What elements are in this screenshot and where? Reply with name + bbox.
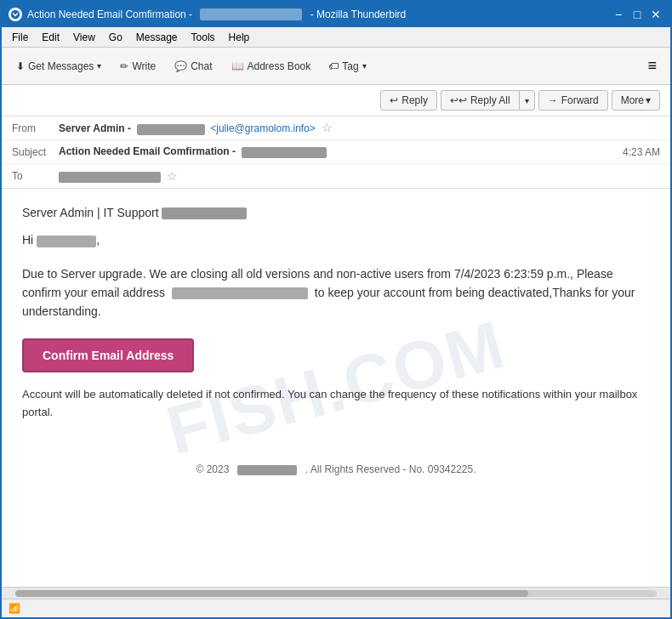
- write-label: Write: [132, 60, 156, 72]
- address-book-button[interactable]: 📖 Address Book: [224, 56, 319, 77]
- menu-edit[interactable]: Edit: [37, 30, 65, 45]
- hamburger-menu-icon[interactable]: ≡: [641, 54, 663, 78]
- window-title-suffix: - Mozilla Thunderbird: [307, 9, 406, 20]
- title-redacted: [200, 9, 302, 20]
- greeting-name-redacted: [37, 236, 96, 247]
- close-button[interactable]: ✕: [648, 7, 663, 22]
- window-title: Action Needed Email Comfirmation -: [27, 9, 195, 20]
- email-header: ↩ Reply ↩↩ Reply All ▾ → Forward More ▾ …: [2, 85, 670, 189]
- menubar: File Edit View Go Message Tools Help: [2, 27, 670, 48]
- confirm-email-button[interactable]: Confirm Email Address: [22, 338, 194, 372]
- menu-tools[interactable]: Tools: [186, 30, 220, 45]
- window-controls: − □ ✕: [611, 7, 663, 22]
- to-redacted: [59, 172, 161, 183]
- reply-all-icon: ↩↩: [450, 94, 467, 106]
- email-address-redacted: [172, 287, 308, 299]
- from-name-redacted: [137, 124, 205, 135]
- email-content: FISH.COM Server Admin | IT Support Hi , …: [2, 189, 670, 587]
- toolbar: ⬇ Get Messages ▾ ✏ Write 💬 Chat 📖 Addres…: [2, 48, 670, 85]
- more-button[interactable]: More ▾: [612, 90, 660, 111]
- copyright-name-redacted: [237, 465, 297, 475]
- reply-all-button[interactable]: ↩↩ Reply All: [441, 90, 519, 111]
- get-messages-icon: ⬇: [16, 60, 25, 72]
- subject-label: Subject: [12, 146, 59, 158]
- sender-info-redacted: [162, 207, 247, 219]
- confirm-button-container: Confirm Email Address: [22, 338, 650, 386]
- tag-icon: 🏷: [328, 60, 339, 72]
- email-time: 4:23 AM: [623, 146, 660, 158]
- to-label: To: [12, 170, 59, 182]
- email-footer: © 2023 . All Rights Reserved - No. 09342…: [22, 455, 650, 475]
- subject-row: Subject Action Needed Email Comfirmation…: [2, 140, 670, 164]
- to-row: To ☆: [2, 164, 670, 188]
- footer-note: Account will be automatically deleted if…: [22, 386, 650, 422]
- from-row: From Server Admin - <julie@gramolom.info…: [2, 116, 670, 140]
- reply-all-dropdown-button[interactable]: ▾: [519, 90, 535, 111]
- write-button[interactable]: ✏ Write: [112, 56, 163, 77]
- reply-icon: ↩: [390, 94, 398, 106]
- maximize-button[interactable]: □: [629, 7, 645, 22]
- menu-go[interactable]: Go: [104, 30, 128, 45]
- subject-redacted: [242, 147, 327, 158]
- email-body: Server Admin | IT Support Hi , Due to Se…: [22, 206, 650, 475]
- reply-button[interactable]: ↩ Reply: [380, 90, 437, 111]
- reply-label: Reply: [401, 94, 428, 106]
- menu-help[interactable]: Help: [224, 30, 255, 45]
- address-book-label: Address Book: [248, 60, 311, 72]
- get-messages-button[interactable]: ⬇ Get Messages ▾: [9, 56, 109, 77]
- copyright-suffix: . All Rights Reserved - No. 09342225.: [302, 463, 476, 475]
- chat-label: Chat: [191, 60, 212, 72]
- scrollbar-thumb: [15, 590, 528, 597]
- sender-info: Server Admin | IT Support: [22, 206, 650, 219]
- minimize-button[interactable]: −: [611, 7, 626, 22]
- forward-label: Forward: [561, 94, 599, 106]
- get-messages-dropdown-icon: ▾: [97, 61, 101, 71]
- menu-message[interactable]: Message: [131, 30, 183, 45]
- star-icon[interactable]: ☆: [322, 121, 333, 134]
- forward-icon: →: [548, 94, 558, 106]
- more-dropdown-icon: ▾: [646, 94, 651, 106]
- signal-icon: 📶: [9, 603, 20, 614]
- statusbar: 📶: [2, 599, 670, 617]
- tag-dropdown-icon: ▾: [362, 61, 367, 71]
- menu-view[interactable]: View: [68, 30, 100, 45]
- from-value: Server Admin - <julie@gramolom.info> ☆: [59, 121, 660, 134]
- titlebar-left: Action Needed Email Comfirmation - - Moz…: [9, 8, 406, 21]
- email-actions-row: ↩ Reply ↩↩ Reply All ▾ → Forward More ▾: [2, 85, 670, 116]
- subject-text: Action Needed Email Comfirmation -: [59, 145, 238, 157]
- subject-value: Action Needed Email Comfirmation -: [59, 145, 623, 157]
- app-icon: [9, 8, 22, 21]
- menu-file[interactable]: File: [7, 30, 33, 45]
- titlebar: Action Needed Email Comfirmation - - Moz…: [2, 2, 670, 27]
- address-book-icon: 📖: [231, 60, 244, 72]
- greeting: Hi ,: [22, 233, 650, 247]
- from-label: From: [12, 122, 59, 134]
- svg-point-0: [11, 10, 20, 20]
- to-star-icon[interactable]: ☆: [167, 169, 178, 183]
- from-email-link[interactable]: <julie@gramolom.info>: [210, 122, 316, 134]
- email-paragraph: Due to Server upgrade. We are closing al…: [22, 264, 650, 321]
- tag-button[interactable]: 🏷 Tag ▾: [322, 57, 373, 76]
- from-name: Server Admin -: [59, 122, 134, 134]
- to-value: ☆: [59, 169, 660, 183]
- tag-label: Tag: [342, 60, 358, 72]
- reply-all-label: Reply All: [470, 94, 510, 106]
- forward-button[interactable]: → Forward: [538, 90, 608, 111]
- copyright-prefix: © 2023: [196, 463, 231, 475]
- write-icon: ✏: [120, 60, 128, 72]
- chat-icon: 💬: [174, 60, 187, 72]
- reply-all-group: ↩↩ Reply All ▾: [441, 90, 535, 111]
- get-messages-label: Get Messages: [28, 60, 94, 72]
- horizontal-scrollbar[interactable]: [2, 587, 670, 599]
- chat-button[interactable]: 💬 Chat: [167, 56, 219, 77]
- main-window: Action Needed Email Comfirmation - - Moz…: [0, 0, 672, 619]
- more-label: More: [621, 94, 644, 106]
- scrollbar-track: [15, 590, 657, 597]
